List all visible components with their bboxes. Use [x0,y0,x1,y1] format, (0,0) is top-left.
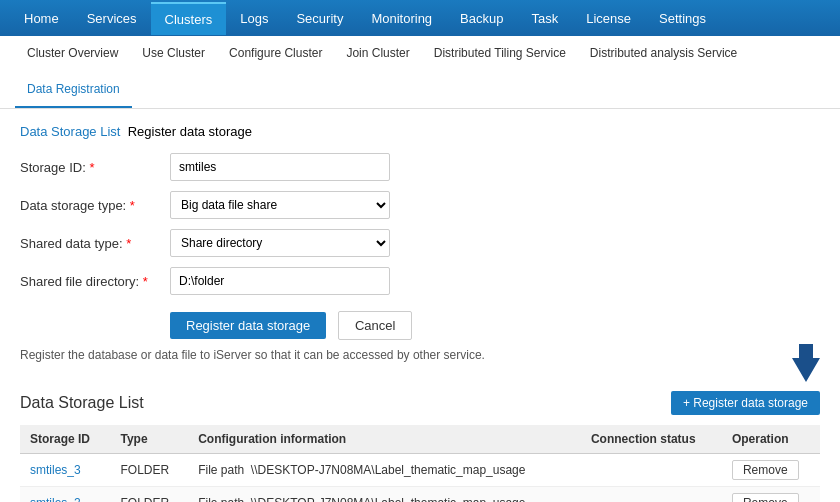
cell-type: FOLDER [110,487,188,503]
col-type: Type [110,425,188,454]
shared-file-directory-row: Shared file directory: * [20,267,820,295]
data-storage-type-label: Data storage type: * [20,198,170,213]
subnav-cluster-overview[interactable]: Cluster Overview [15,36,130,72]
subnav-configure-cluster[interactable]: Configure Cluster [217,36,334,72]
hint-text: Register the database or data file to iS… [20,348,772,362]
subnav-distributed-analysis[interactable]: Distributed analysis Service [578,36,749,72]
nav-clusters[interactable]: Clusters [151,2,227,35]
section-sublabel: Register data storage [128,124,252,139]
nav-logs[interactable]: Logs [226,3,282,34]
shared-file-directory-input[interactable] [170,267,390,295]
cell-config: File path \\DESKTOP-J7N08MA\Label_themat… [188,454,581,487]
cell-storage-id: smtiles_2 [20,487,110,503]
subnav-distributed-tiling[interactable]: Distributed Tiling Service [422,36,578,72]
sub-navigation: Cluster Overview Use Cluster Configure C… [0,36,840,109]
list-register-button[interactable]: + Register data storage [671,391,820,415]
form-actions: Register data storage Cancel [170,311,820,340]
main-content: Data Storage List Register data storage … [0,109,840,502]
col-operation: Operation [722,425,820,454]
svg-marker-0 [792,344,820,382]
shared-data-type-row: Shared data type: * Share directory [20,229,820,257]
cell-storage-id: smtiles_3 [20,454,110,487]
subnav-data-registration[interactable]: Data Registration [15,72,132,108]
shared-file-directory-label: Shared file directory: * [20,274,170,289]
cell-operation: Remove [722,487,820,503]
col-connection-status: Connection status [581,425,722,454]
shared-data-type-select[interactable]: Share directory [170,229,390,257]
data-storage-list-link[interactable]: Data Storage List [20,124,120,139]
data-storage-type-select[interactable]: Big data file share [170,191,390,219]
storage-id-row: Storage ID: * [20,153,820,181]
cell-connection-status [581,487,722,503]
storage-id-link[interactable]: smtiles_2 [30,496,81,502]
top-navigation: Home Services Clusters Logs Security Mon… [0,0,840,36]
cell-connection-status [581,454,722,487]
cell-operation: Remove [722,454,820,487]
nav-services[interactable]: Services [73,3,151,34]
list-title: Data Storage List [20,394,144,412]
nav-home[interactable]: Home [10,3,73,34]
table-row: smtiles_3 FOLDER File path \\DESKTOP-J7N… [20,454,820,487]
table-header-row: Storage ID Type Configuration informatio… [20,425,820,454]
cell-type: FOLDER [110,454,188,487]
section-title: Data Storage List Register data storage [20,124,820,139]
cancel-button[interactable]: Cancel [338,311,412,340]
remove-button[interactable]: Remove [732,460,799,480]
nav-security[interactable]: Security [282,3,357,34]
nav-license[interactable]: License [572,3,645,34]
nav-settings[interactable]: Settings [645,3,720,34]
storage-id-input[interactable] [170,153,390,181]
nav-monitoring[interactable]: Monitoring [357,3,446,34]
col-storage-id: Storage ID [20,425,110,454]
nav-task[interactable]: Task [517,3,572,34]
storage-id-link[interactable]: smtiles_3 [30,463,81,477]
data-storage-type-row: Data storage type: * Big data file share [20,191,820,219]
subnav-join-cluster[interactable]: Join Cluster [334,36,421,72]
register-data-storage-button[interactable]: Register data storage [170,312,326,339]
nav-backup[interactable]: Backup [446,3,517,34]
cell-config: File path \\DESKTOP-J7N08MA\Label_themat… [188,487,581,503]
storage-id-label: Storage ID: * [20,160,170,175]
list-header: Data Storage List + Register data storag… [20,391,820,415]
remove-button[interactable]: Remove [732,493,799,502]
subnav-use-cluster[interactable]: Use Cluster [130,36,217,72]
table-row: smtiles_2 FOLDER File path \\DESKTOP-J7N… [20,487,820,503]
arrow-down-icon [792,344,820,382]
data-storage-table: Storage ID Type Configuration informatio… [20,425,820,502]
col-config-info: Configuration information [188,425,581,454]
shared-data-type-label: Shared data type: * [20,236,170,251]
